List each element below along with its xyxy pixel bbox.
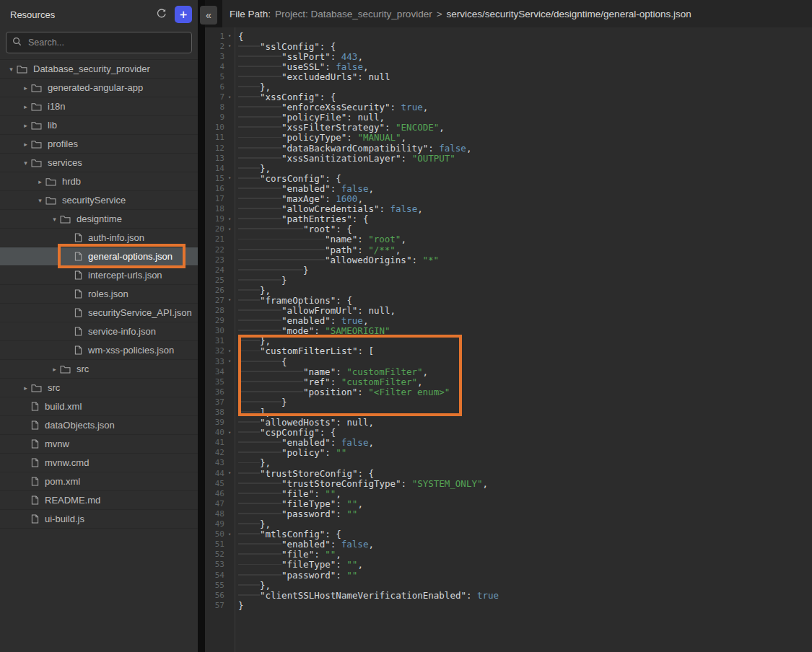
code-line[interactable]: 52"file": "", [205, 550, 812, 560]
code-line[interactable]: 19▾"pathEntries": { [205, 214, 812, 224]
code-text[interactable]: } [235, 265, 812, 276]
chevron-right-icon[interactable]: ▸ [20, 141, 31, 148]
code-line[interactable]: 32▾"customFilterList": [ [205, 346, 812, 356]
code-line[interactable]: 3"sslPort": 443, [205, 51, 812, 61]
code-text[interactable]: "pathEntries": { [235, 213, 812, 224]
code-text[interactable]: "sslConfig": { [235, 41, 812, 52]
chevron-down-icon[interactable]: ▾ [6, 66, 17, 73]
code-text[interactable]: }, [235, 580, 812, 591]
sidebar-item-wm-xss-policies-json[interactable]: wm-xss-policies.json [0, 341, 198, 360]
code-text[interactable]: }, [235, 163, 812, 174]
code-line[interactable]: 28"allowFromUrl": null, [205, 306, 812, 316]
collapse-sidebar-button[interactable]: « [200, 6, 217, 25]
fold-toggle-icon[interactable]: ▾ [224, 94, 235, 100]
code-line[interactable]: 6}, [205, 82, 812, 92]
code-area[interactable]: 1▾{2▾"sslConfig": {3"sslPort": 443,4"use… [205, 27, 812, 610]
sidebar-item-mvnw-cmd[interactable]: mvnw.cmd [0, 454, 198, 472]
sidebar-item-dataobjects-json[interactable]: dataObjects.json [0, 416, 198, 435]
code-line[interactable]: 18"allowCredentials": false, [205, 204, 812, 214]
code-line[interactable]: 57} [205, 600, 812, 610]
code-line[interactable]: 4"useSSL": false, [205, 61, 812, 71]
code-text[interactable]: "corsConfig": { [235, 173, 812, 184]
code-text[interactable]: "ref": "customFilter", [235, 376, 812, 387]
code-line[interactable]: 54"password": "" [205, 570, 812, 580]
add-resource-button[interactable]: + [175, 6, 192, 23]
search-box[interactable] [6, 32, 192, 53]
code-text[interactable]: "trustStoreConfigType": "SYSTEM_ONLY", [235, 478, 812, 489]
code-line[interactable]: 38], [205, 407, 812, 417]
sidebar-item-general-options-json[interactable]: general-options.json [0, 247, 198, 266]
fold-toggle-icon[interactable]: ▾ [224, 43, 235, 49]
code-line[interactable]: 8"enforceXssSecurity": true, [205, 102, 812, 113]
sidebar-item-generated-angular-app[interactable]: ▸generated-angular-app [0, 79, 198, 97]
code-line[interactable]: 47"fileType": "", [205, 498, 812, 508]
code-line[interactable]: 2▾"sslConfig": { [205, 41, 812, 51]
code-text[interactable]: "allowedHosts": null, [235, 417, 812, 428]
code-text[interactable]: { [235, 31, 812, 42]
code-line[interactable]: 29"enabled": true, [205, 316, 812, 326]
code-text[interactable]: "frameOptions": { [235, 295, 812, 306]
code-text[interactable]: "enabled": false, [235, 183, 812, 194]
code-line[interactable]: 7▾"xssConfig": { [205, 92, 812, 102]
code-line[interactable]: 42"policy": "" [205, 448, 812, 458]
code-text[interactable]: "enabled": false, [235, 539, 812, 550]
sidebar-item-i18n[interactable]: ▸i18n [0, 97, 198, 116]
code-text[interactable]: "enabled": false, [235, 437, 812, 448]
code-text[interactable]: }, [235, 285, 812, 296]
fold-toggle-icon[interactable]: ▾ [224, 358, 235, 364]
code-text[interactable]: "allowFromUrl": null, [235, 305, 812, 316]
chevron-right-icon[interactable]: ▸ [20, 103, 31, 110]
code-line[interactable]: 39"allowedHosts": null, [205, 418, 812, 428]
code-text[interactable]: "file": "", [235, 549, 812, 560]
fold-toggle-icon[interactable]: ▾ [224, 297, 235, 303]
code-line[interactable]: 46"file": "", [205, 488, 812, 498]
code-text[interactable]: "dataBackwardCompatibility": false, [235, 143, 812, 154]
code-text[interactable]: "allowedOrigins": "*" [235, 255, 812, 265]
code-line[interactable]: 53"fileType": "", [205, 560, 812, 570]
code-line[interactable]: 9"policyFile": null, [205, 113, 812, 123]
code-text[interactable]: { [235, 356, 812, 367]
sidebar-item-designtime[interactable]: ▾designtime [0, 210, 198, 229]
code-line[interactable]: 31}, [205, 336, 812, 346]
code-line[interactable]: 26}, [205, 285, 812, 295]
code-line[interactable]: 51"enabled": false, [205, 539, 812, 550]
code-line[interactable]: 41"enabled": false, [205, 438, 812, 448]
code-line[interactable]: 22"path": "/**", [205, 244, 812, 255]
code-text[interactable]: "excludedUrls": null [235, 71, 812, 82]
code-line[interactable]: 40▾"cspConfig": { [205, 428, 812, 438]
code-line[interactable]: 11"policyType": "MANUAL", [205, 133, 812, 143]
sidebar-item-database-security-provider[interactable]: ▾Database_security_provider [0, 60, 198, 79]
code-text[interactable]: "xssSanitizationLayer": "OUTPUT" [235, 153, 812, 164]
fold-toggle-icon[interactable]: ▾ [224, 470, 235, 476]
sidebar-item-lib[interactable]: ▸lib [0, 116, 198, 135]
code-text[interactable]: }, [235, 457, 812, 468]
code-line[interactable]: 17"maxAge": 1600, [205, 194, 812, 204]
code-text[interactable]: "xssFilterStrategy": "ENCODE", [235, 122, 812, 133]
code-line[interactable]: 30"mode": "SAMEORIGIN" [205, 326, 812, 336]
code-text[interactable]: "cspConfig": { [235, 427, 812, 438]
sidebar-item-build-xml[interactable]: build.xml [0, 397, 198, 416]
sidebar-item-service-info-json[interactable]: service-info.json [0, 322, 198, 341]
code-text[interactable]: "useSSL": false, [235, 61, 812, 72]
code-text[interactable]: "name": "root", [235, 234, 812, 244]
code-text[interactable]: "sslPort": 443, [235, 51, 812, 62]
sidebar-item-profiles[interactable]: ▸profiles [0, 135, 198, 154]
code-line[interactable]: 43}, [205, 458, 812, 468]
code-text[interactable]: ], [235, 407, 812, 418]
code-line[interactable]: 37} [205, 397, 812, 407]
code-text[interactable]: "password": "" [235, 508, 812, 519]
code-line[interactable]: 21"name": "root", [205, 234, 812, 244]
sidebar-item-src[interactable]: ▸src [0, 379, 198, 397]
pane-divider[interactable] [198, 0, 205, 652]
code-text[interactable]: "maxAge": 1600, [235, 193, 812, 204]
code-text[interactable]: "policyFile": null, [235, 112, 812, 123]
code-text[interactable]: "policy": "" [235, 447, 812, 458]
refresh-button[interactable] [153, 6, 169, 22]
code-line[interactable]: 49}, [205, 519, 812, 529]
sidebar-item-mvnw[interactable]: mvnw [0, 435, 198, 454]
code-line[interactable]: 56"clientSSLHostNameVerificationEnabled"… [205, 590, 812, 600]
code-line[interactable]: 10"xssFilterStrategy": "ENCODE", [205, 123, 812, 133]
code-text[interactable]: "allowCredentials": false, [235, 203, 812, 214]
code-text[interactable]: "fileType": "", [235, 559, 812, 570]
code-line[interactable]: 55}, [205, 580, 812, 590]
